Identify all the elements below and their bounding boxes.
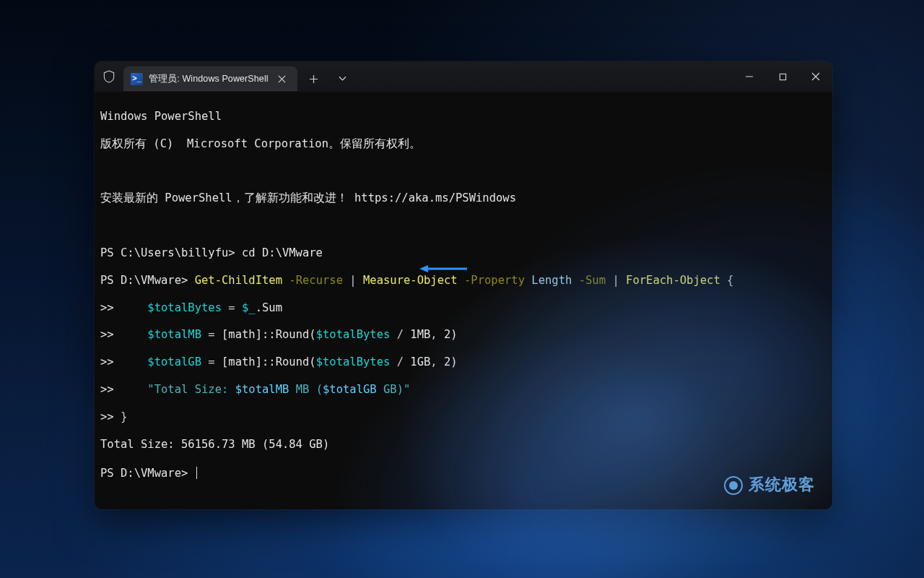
tab-powershell[interactable]: >_ 管理员: Windows PowerShell: [123, 66, 297, 91]
minimize-icon: [745, 72, 754, 81]
tok-literal: 2: [444, 355, 450, 368]
tok-param: -Sum: [579, 274, 606, 287]
copyright-line: 版权所有 (C) Microsoft Corporation。保留所有权利。: [100, 137, 421, 150]
tab-title: 管理员: Windows PowerShell: [149, 73, 269, 85]
tok-param: -Property: [464, 274, 525, 287]
tok-var: $_: [242, 301, 256, 314]
install-hint: 安装最新的 PowerShell，了解新功能和改进！: [100, 191, 348, 204]
install-url: https://aka.ms/PSWindows: [354, 191, 516, 204]
continuation: >>: [100, 328, 114, 341]
tok-pipe: |: [612, 274, 619, 287]
banner-line: Windows PowerShell: [100, 110, 222, 123]
tok-literal: 1GB: [410, 355, 430, 368]
tok-var: $totalBytes: [147, 301, 222, 314]
tok-string: GB)": [377, 383, 411, 396]
tok-cmdlet: Measure-Object: [363, 274, 458, 287]
terminal-window: >_ 管理员: Windows PowerShell: [95, 61, 832, 509]
new-tab-button[interactable]: [302, 66, 326, 91]
desktop-wallpaper: >_ 管理员: Windows PowerShell: [0, 0, 924, 578]
tok-pipe: |: [349, 274, 356, 287]
tok-call: [math]::Round(: [222, 328, 316, 341]
minimize-button[interactable]: [733, 61, 766, 92]
close-icon: [811, 72, 820, 81]
maximize-button[interactable]: [766, 61, 799, 92]
close-icon: [278, 75, 286, 83]
tok-var: $totalGB: [147, 355, 201, 368]
tok-var: $totalBytes: [316, 328, 391, 341]
chevron-down-icon: [339, 76, 346, 82]
prompt: PS C:\Users\billyfu>: [100, 246, 242, 259]
tok-brace: {: [727, 274, 733, 287]
tok-member: .Sum: [256, 301, 282, 314]
watermark-logo-icon: [724, 476, 743, 495]
tok-comma: ,: [430, 355, 444, 368]
svg-marker-2: [419, 265, 428, 272]
tok-brace: }: [121, 410, 127, 423]
tok-op: /: [390, 355, 410, 368]
continuation: >>: [100, 355, 114, 368]
tok-op: /: [390, 328, 410, 341]
tok-cmdlet: ForEach-Object: [626, 274, 720, 287]
tok-paren: ): [450, 328, 457, 341]
output-line: Total Size: 56156.73 MB (54.84 GB): [100, 438, 329, 451]
tab-dropdown-button[interactable]: [331, 66, 355, 91]
continuation: >>: [100, 301, 114, 314]
tok-var-in-string: $totalGB: [323, 383, 377, 396]
titlebar[interactable]: >_ 管理员: Windows PowerShell: [95, 61, 832, 92]
prompt: PS D:\VMware>: [100, 467, 195, 480]
powershell-icon: >_: [131, 73, 143, 85]
tok-cmdlet: Get-ChildItem: [195, 274, 282, 287]
svg-rect-0: [780, 74, 785, 79]
terminal-body[interactable]: Windows PowerShell 版权所有 (C) Microsoft Co…: [95, 92, 832, 509]
tok-call: [math]::Round(: [222, 355, 316, 368]
tok-op: =: [222, 301, 242, 314]
tok-op: =: [201, 355, 222, 368]
maximize-icon: [779, 73, 787, 81]
annotation-arrow-icon: [419, 264, 467, 273]
tok-op: =: [201, 328, 222, 341]
tok-literal: 1MB: [410, 328, 430, 341]
tok-param: -Recurse: [289, 274, 343, 287]
prompt: PS D:\VMware>: [100, 274, 195, 287]
tok-comma: ,: [430, 328, 444, 341]
cmd-cd: cd D:\VMware: [242, 246, 323, 259]
tok-literal: 2: [444, 328, 450, 341]
shield-icon: [95, 70, 123, 83]
watermark-text: 系统极客: [749, 475, 815, 495]
watermark: 系统极客: [724, 475, 815, 495]
tok-var-in-string: $totalMB: [235, 383, 289, 396]
tok-paren: ): [450, 355, 457, 368]
continuation: >>: [100, 383, 114, 396]
cursor: [196, 467, 197, 479]
plus-icon: [309, 74, 318, 84]
tok-var: $totalBytes: [316, 355, 391, 368]
tab-close-button[interactable]: [274, 71, 290, 87]
tok-var: $totalMB: [147, 328, 201, 341]
close-window-button[interactable]: [799, 61, 832, 92]
tok-string: "Total Size:: [147, 383, 235, 396]
continuation: >>: [100, 410, 114, 423]
tok-arg: Length: [531, 274, 572, 287]
tok-string: MB (: [289, 383, 323, 396]
